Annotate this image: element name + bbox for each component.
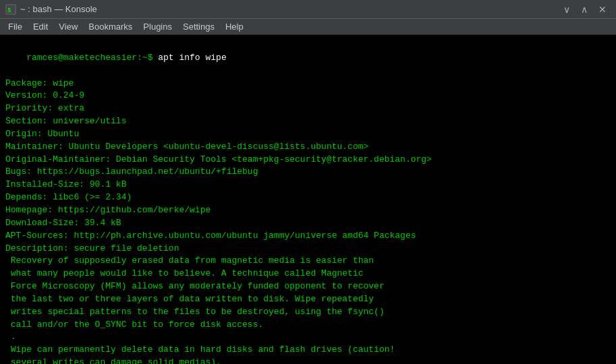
command-text: apt info wipe <box>158 53 226 63</box>
terminal-area[interactable]: ramces@maketecheasier:~$ apt info wipe P… <box>0 35 616 364</box>
output-line: Homepage: https://github.com/berke/wipe <box>5 204 611 217</box>
terminal-output: Package: wipeVersion: 0.24-9Priority: ex… <box>5 78 611 364</box>
output-line: Priority: extra <box>5 102 611 115</box>
app-icon: $ <box>5 4 16 15</box>
menu-help[interactable]: Help <box>220 20 249 33</box>
output-line: Depends: libc6 (>= 2.34) <box>5 191 611 204</box>
output-line: Version: 0.24-9 <box>5 90 611 102</box>
output-line: the last two or three layers of data wri… <box>5 293 611 306</box>
close-button[interactable]: ✕ <box>594 3 611 16</box>
titlebar-left: $ ~ : bash — Konsole <box>5 4 97 15</box>
window-title: ~ : bash — Konsole <box>20 4 97 14</box>
menubar: File Edit View Bookmarks Plugins Setting… <box>0 19 616 35</box>
output-line: Description: secure file deletion <box>5 243 611 255</box>
output-line: Origin: Ubuntu <box>5 128 611 141</box>
prompt-1: ramces@maketecheasier:~$ <box>26 53 158 63</box>
output-line: call and/or the O_SYNC bit to force disk… <box>5 319 611 332</box>
output-line: Bugs: https://bugs.launchpad.net/ubuntu/… <box>5 166 611 179</box>
output-line: Installed-Size: 90.1 kB <box>5 179 611 191</box>
output-line: Original-Maintainer: Debian Security Too… <box>5 154 611 166</box>
menu-plugins[interactable]: Plugins <box>138 20 177 33</box>
menu-edit[interactable]: Edit <box>28 20 53 33</box>
menu-settings[interactable]: Settings <box>177 20 220 33</box>
titlebar: $ ~ : bash — Konsole ∨ ∧ ✕ <box>0 0 616 19</box>
window-controls: ∨ ∧ ✕ <box>559 3 611 16</box>
maximize-button[interactable]: ∧ <box>577 3 592 16</box>
output-line: several writes can damage solid medias). <box>5 357 611 364</box>
output-line: writes special patterns to the files to … <box>5 306 611 319</box>
menu-view[interactable]: View <box>53 20 83 33</box>
output-line: Wipe can permanently delete data in hard… <box>5 344 611 357</box>
svg-text:$: $ <box>7 7 11 13</box>
output-line: Package: wipe <box>5 78 611 90</box>
output-line: Download-Size: 39.4 kB <box>5 217 611 230</box>
minimize-button[interactable]: ∨ <box>559 3 574 16</box>
output-line: Recovery of supposedly erased data from … <box>5 255 611 268</box>
output-line: APT-Sources: http://ph.archive.ubuntu.co… <box>5 230 611 243</box>
output-line: . <box>5 331 611 344</box>
command-line: ramces@maketecheasier:~$ apt info wipe <box>5 39 611 78</box>
output-line: what many people would like to believe. … <box>5 268 611 280</box>
menu-file[interactable]: File <box>3 20 28 33</box>
output-line: Force Microscopy (MFM) allows any modera… <box>5 280 611 293</box>
output-line: Maintainer: Ubuntu Developers <ubuntu-de… <box>5 141 611 154</box>
output-line: Section: universe/utils <box>5 115 611 128</box>
menu-bookmarks[interactable]: Bookmarks <box>83 20 138 33</box>
